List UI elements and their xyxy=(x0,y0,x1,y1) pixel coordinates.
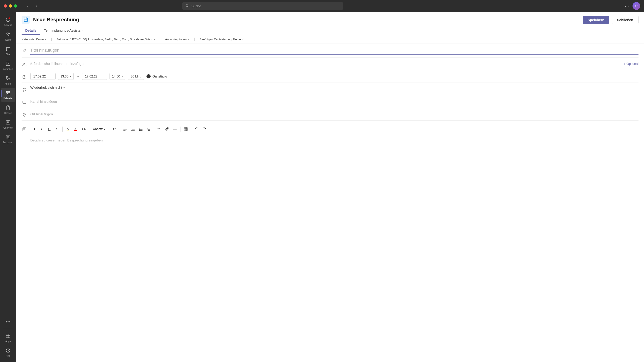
toolbar-sep-6 xyxy=(180,127,180,132)
sidebar-item-aktivitat[interactable]: ! Aktivität xyxy=(1,15,15,28)
location-content: Ort hinzufügen xyxy=(30,111,638,117)
allday-toggle[interactable] xyxy=(146,74,150,78)
channel-row: Kanal hinzufügen xyxy=(22,95,638,108)
align-left-button[interactable] xyxy=(122,126,128,133)
minimize-window-button[interactable] xyxy=(9,4,12,7)
italic-button[interactable]: I xyxy=(38,126,45,133)
tab-details[interactable]: Details xyxy=(22,27,40,35)
svg-rect-26 xyxy=(23,101,26,103)
participants-input[interactable] xyxy=(30,60,624,67)
svg-point-24 xyxy=(25,63,26,64)
save-button[interactable]: Speichern xyxy=(583,16,610,24)
help-icon: ? xyxy=(5,347,11,354)
search-bar[interactable] xyxy=(182,2,343,10)
table-button[interactable] xyxy=(182,126,189,133)
svg-text:": " xyxy=(159,128,160,131)
nav-buttons: ‹ › xyxy=(24,2,40,9)
numbered-list-button[interactable]: 1. 2. xyxy=(145,126,152,133)
close-button[interactable]: Schließen xyxy=(612,16,638,24)
underline-button[interactable]: U xyxy=(46,126,53,133)
svg-rect-40 xyxy=(184,128,187,131)
allday-row: Ganztägig xyxy=(146,74,167,78)
text-align-button[interactable] xyxy=(172,126,178,133)
svg-line-1 xyxy=(188,6,188,7)
sidebar-item-kalender[interactable]: Kalender xyxy=(1,88,15,102)
svg-rect-21 xyxy=(24,18,28,21)
bullets-button[interactable] xyxy=(137,126,144,133)
svg-point-35 xyxy=(139,130,140,131)
quote-button[interactable]: " " xyxy=(156,126,163,133)
indent-button[interactable] xyxy=(130,126,136,133)
redo-button[interactable] xyxy=(201,126,208,133)
channel-placeholder[interactable]: Kanal hinzufügen xyxy=(30,98,638,105)
bold-button[interactable]: B xyxy=(30,126,37,133)
recurrence-select[interactable]: Wiederholt sich nicht ▾ xyxy=(30,86,638,89)
recurrence-label: Wiederholt sich nicht xyxy=(30,86,62,89)
format-button[interactable]: Aᵇ xyxy=(111,126,118,133)
toolbar-sep-5 xyxy=(154,127,154,132)
sidebar-item-apps[interactable]: Apps xyxy=(1,331,15,345)
maximize-window-button[interactable] xyxy=(14,4,17,7)
channel-content: Kanal hinzufügen xyxy=(30,98,638,105)
clock-icon xyxy=(22,74,27,80)
tasks-icon xyxy=(5,134,11,140)
response-option[interactable]: Antwortoptionen ▾ xyxy=(165,38,190,41)
highlight-button[interactable] xyxy=(64,126,72,133)
paragraph-chevron-icon: ▾ xyxy=(104,128,105,131)
search-input[interactable] xyxy=(192,4,340,8)
strikethrough-button[interactable]: S xyxy=(54,126,60,133)
sidebar-item-chat[interactable]: Chat xyxy=(1,44,15,58)
category-option[interactable]: Kategorie: Keine ▾ xyxy=(22,38,46,41)
start-time-select[interactable]: 13:30 ▾ xyxy=(58,73,74,80)
svg-point-23 xyxy=(23,63,24,64)
timezone-option[interactable]: Zeitzone: (UTC+01:00) Amsterdam, Berlin,… xyxy=(56,38,155,41)
recurrence-chevron-icon: ▾ xyxy=(63,86,65,89)
forward-button[interactable]: › xyxy=(33,2,40,9)
sidebar-item-hilfe[interactable]: ? Hilfe xyxy=(1,346,15,359)
avatar[interactable]: U xyxy=(632,2,640,10)
optional-link[interactable]: + Optional xyxy=(624,62,638,66)
title-input[interactable] xyxy=(30,46,638,55)
form-area: + Optional 17.02.22 13:30 xyxy=(16,44,644,362)
svg-text:A: A xyxy=(74,128,76,131)
editor-body[interactable]: Details zu dieser neuen Besprechung eing… xyxy=(30,135,638,204)
end-date-input[interactable]: 17.02.22 xyxy=(82,73,107,80)
toolbar-sep-3 xyxy=(109,127,109,132)
meeting-header: Neue Besprechung Speichern Schließen Det… xyxy=(16,12,644,35)
sidebar-item-dateien[interactable]: Dateien xyxy=(1,103,15,116)
location-row: Ort hinzufügen xyxy=(22,108,638,121)
sidebar-label-dateien: Dateien xyxy=(4,112,12,115)
start-time-chevron-icon: ▾ xyxy=(70,75,71,78)
table-icon xyxy=(184,127,188,131)
meeting-title-row: Neue Besprechung Speichern Schließen xyxy=(22,15,638,24)
sidebar-item-aufgaben[interactable]: Aufgaben xyxy=(1,59,15,72)
editor-toolbar: B I U S xyxy=(30,123,638,135)
tab-assistant[interactable]: Terminplanungs-Assistent xyxy=(40,27,87,35)
font-color-button[interactable]: A xyxy=(72,126,79,133)
sidebar-item-onenote[interactable]: N OneNote xyxy=(1,117,15,131)
sidebar-item-teams[interactable]: Teams xyxy=(1,29,15,43)
sidebar-item-anrufe[interactable]: Anrufe xyxy=(1,73,15,87)
svg-point-0 xyxy=(186,4,188,7)
undo-button[interactable] xyxy=(193,126,200,133)
sidebar-item-tasks[interactable]: Tasks von ... xyxy=(1,132,15,149)
svg-text:": " xyxy=(158,128,159,131)
separator-1: | xyxy=(51,37,52,41)
location-placeholder[interactable]: Ort hinzufügen xyxy=(30,111,638,117)
link-button[interactable] xyxy=(164,126,170,133)
font-size-button[interactable]: AA xyxy=(80,126,87,133)
registration-option[interactable]: Benötigen Registrierung: Keine ▾ xyxy=(200,38,244,41)
meeting-tabs: Details Terminplanungs-Assistent xyxy=(22,27,638,35)
paragraph-dropdown[interactable]: Absatz ▾ xyxy=(91,126,107,132)
apps-icon xyxy=(5,333,11,339)
end-time-select[interactable]: 14:00 ▾ xyxy=(110,73,125,80)
back-button[interactable]: ‹ xyxy=(24,2,31,9)
sidebar-item-more[interactable] xyxy=(1,317,15,327)
participants-row: + Optional xyxy=(22,57,638,70)
aufgaben-icon xyxy=(5,60,11,67)
start-date-input[interactable]: 17.02.22 xyxy=(30,73,56,80)
more-options-button[interactable]: ··· xyxy=(625,3,629,9)
search-icon xyxy=(186,4,189,8)
datetime-row: 17.02.22 13:30 ▾ → 17.02.22 14:00 ▾ 30 M… xyxy=(22,70,638,83)
close-window-button[interactable] xyxy=(4,4,7,7)
